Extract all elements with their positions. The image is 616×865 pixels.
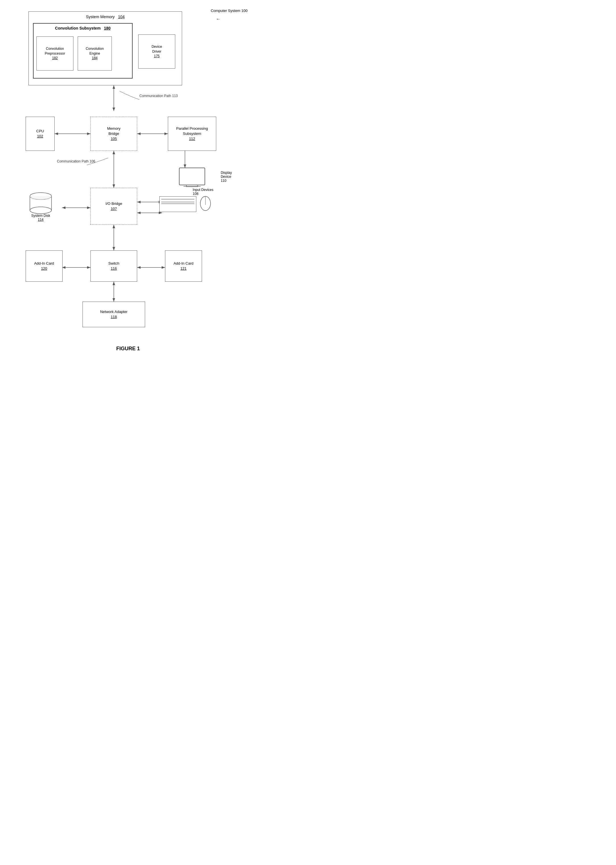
network-adapter-box: Network Adapter 118 — [83, 301, 145, 327]
cpu-num: 102 — [37, 134, 43, 139]
conv-engine-label: ConvolutionEngine — [86, 46, 104, 56]
io-bridge-num: 107 — [111, 206, 117, 211]
system-disk-label: System Disk — [31, 214, 50, 218]
io-bridge-box: I/O Bridge 107 — [91, 188, 137, 225]
conv-engine-box: ConvolutionEngine 184 — [78, 36, 112, 71]
cpu-box: CPU 102 — [26, 117, 55, 151]
cpu-label: CPU — [36, 129, 44, 134]
system-memory-label: System Memory — [86, 14, 115, 19]
conv-preprocessor-num: 182 — [52, 56, 58, 61]
add-in-card-120-label: Add-In Card — [34, 261, 54, 266]
system-memory-box: System Memory 104 Convolution Subsystem … — [28, 11, 182, 85]
figure-title: FIGURE 1 — [0, 346, 256, 352]
parallel-processing-box: Parallel ProcessingSubsystem 112 — [168, 117, 216, 151]
add-in-card-121-label: Add-In Card — [174, 261, 193, 266]
input-devices-area: Input Devices 108 — [159, 188, 216, 228]
memory-bridge-box: MemoryBridge 105 — [91, 117, 137, 151]
display-device-num: 110 — [221, 179, 226, 183]
system-memory-num: 104 — [118, 14, 125, 19]
system-disk-num: 114 — [38, 218, 44, 222]
parallel-processing-num: 112 — [189, 136, 195, 141]
parallel-processing-label: Parallel ProcessingSubsystem — [176, 126, 208, 136]
convolution-subsystem-box: Convolution Subsystem 180 ConvolutionPre… — [33, 23, 133, 78]
memory-bridge-label: MemoryBridge — [107, 126, 121, 136]
display-device-label: DisplayDevice — [221, 171, 232, 179]
switch-num: 116 — [111, 266, 117, 271]
diagram: Computer System 100 ← System Memory 104 … — [0, 0, 256, 341]
svg-point-20 — [30, 207, 52, 214]
add-in-card-120-num: 120 — [41, 266, 47, 271]
switch-label: Switch — [108, 261, 119, 266]
add-in-card-120-box: Add-In Card 120 — [26, 250, 63, 282]
comm-path-113-label: Communication Path 113 — [140, 94, 178, 98]
conv-engine-num: 184 — [92, 56, 97, 61]
switch-box: Switch 116 — [91, 250, 137, 282]
device-driver-label: DeviceDriver — [152, 44, 162, 54]
input-devices-label: Input Devices — [193, 188, 214, 192]
io-bridge-label: I/O Bridge — [105, 201, 123, 206]
device-driver-box: DeviceDriver 175 — [138, 35, 175, 69]
add-in-card-121-num: 121 — [181, 266, 187, 271]
conv-subsystem-num: 180 — [104, 26, 110, 30]
svg-rect-14 — [179, 168, 205, 185]
add-in-card-121-box: Add-In Card 121 — [165, 250, 202, 282]
comm-path-106-label: Communication Path 106 — [57, 159, 95, 163]
device-driver-num: 175 — [154, 54, 160, 59]
conv-subsystem-label: Convolution Subsystem — [55, 26, 101, 30]
memory-bridge-num: 105 — [111, 136, 117, 141]
network-adapter-num: 118 — [111, 314, 117, 320]
conv-preprocessor-label: ConvolutionPreprocessor — [45, 46, 65, 56]
conv-preprocessor-box: ConvolutionPreprocessor 182 — [36, 36, 74, 71]
input-devices-num: 108 — [193, 192, 198, 196]
system-disk-area: System Disk 114 — [22, 188, 59, 225]
network-adapter-label: Network Adapter — [100, 309, 127, 314]
computer-system-label: Computer System 100 ← — [211, 9, 248, 13]
